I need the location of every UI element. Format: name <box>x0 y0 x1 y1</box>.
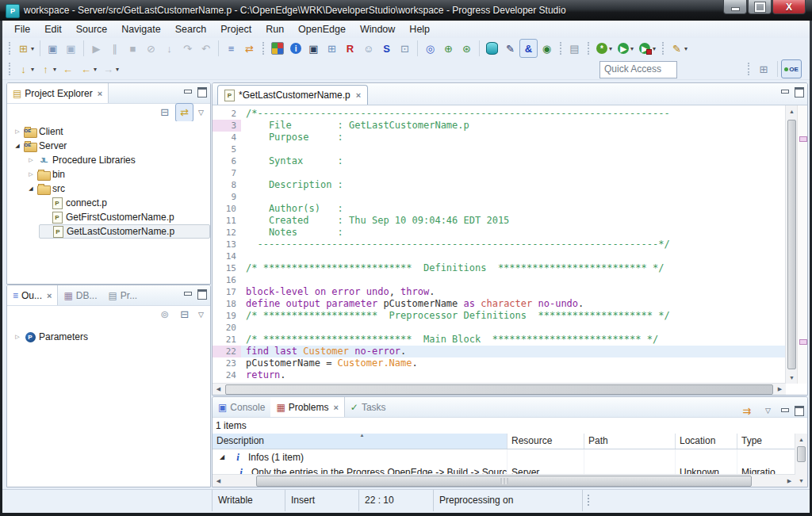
code-line-12[interactable]: 12 Notes : <box>213 227 807 239</box>
forward-dropdown[interactable]: ▾ <box>116 66 119 73</box>
last-edit-location-button[interactable]: ← <box>59 59 77 78</box>
code-line-10[interactable]: 10 Author(s) : <box>213 203 807 215</box>
annotation-mark[interactable] <box>799 339 807 345</box>
next-annotation-dropdown[interactable]: ▾ <box>31 66 34 73</box>
project-item-getfirstcustomername-p[interactable]: PGetFirstCustomerName.p <box>39 210 210 224</box>
menu-file[interactable]: File <box>7 21 37 37</box>
code-line-2[interactable]: 2/*-------------------------------------… <box>213 108 807 120</box>
problems-tab-tasks[interactable]: ✓Tasks <box>345 397 392 417</box>
scroll-left-icon[interactable]: ◀ <box>213 476 224 487</box>
tree-expander-icon[interactable]: ◢ <box>25 185 36 192</box>
run-dropdown[interactable]: ▾ <box>630 45 634 52</box>
problems-tab-problems[interactable]: ▦Problems× <box>270 397 344 417</box>
column-header-location[interactable]: Location <box>676 434 737 449</box>
view-menu-icon[interactable]: ▽ <box>195 109 207 117</box>
title-bar[interactable]: P workspace - Server/src/GetLastCustomer… <box>0 0 812 21</box>
pencil-button[interactable]: ✎ <box>501 39 519 58</box>
compile-r-button[interactable]: R <box>341 39 359 58</box>
syntax-check-button[interactable]: S <box>377 39 396 58</box>
project-explorer-maximize-icon[interactable] <box>197 87 207 97</box>
editor-minimize-icon[interactable] <box>780 89 788 96</box>
code-line-9[interactable]: 9 <box>213 191 807 203</box>
outline-item-parameters[interactable]: ▷PParameters <box>12 330 210 344</box>
problems-vscroll-thumb[interactable] <box>797 446 806 462</box>
code-line-6[interactable]: 6 Syntax : <box>213 155 807 167</box>
code-line-13[interactable]: 13 -------------------------------------… <box>213 239 807 250</box>
overview-ruler[interactable] <box>797 105 807 384</box>
project-item-bin[interactable]: ▷bin <box>25 167 210 182</box>
code-line-7[interactable]: 7 <box>213 167 807 179</box>
view-menu-icon[interactable]: ▽ <box>762 407 774 415</box>
code-editor[interactable]: 2/*-------------------------------------… <box>213 105 807 384</box>
menu-navigate[interactable]: Navigate <box>114 21 167 37</box>
menu-project[interactable]: Project <box>213 21 259 37</box>
project-item-connect-p[interactable]: Pconnect.p <box>39 196 210 210</box>
code-line-23[interactable]: 23pCustomerName = Customer.Name. <box>213 357 807 369</box>
close-button[interactable]: X <box>772 0 806 14</box>
collapse-all-button[interactable]: ⊟ <box>155 103 174 122</box>
problems-tab-console[interactable]: ▣Console <box>213 397 270 417</box>
menu-run[interactable]: Run <box>259 21 291 37</box>
globe-docs-button[interactable]: ⊛ <box>458 39 476 58</box>
code-line-17[interactable]: 17block-level on error undo, throw. <box>213 286 807 298</box>
menu-window[interactable]: Window <box>353 21 402 37</box>
view-menu-icon[interactable]: ▽ <box>195 311 207 319</box>
problems-vertical-scrollbar[interactable]: ▲ ▼ <box>795 434 807 487</box>
new-wizard-button[interactable]: ⊞▾ <box>14 39 36 58</box>
open-perspective-button[interactable]: ⊞ <box>753 59 774 78</box>
code-line-16[interactable]: 16 <box>213 274 807 286</box>
code-line-20[interactable]: 20 <box>213 322 807 334</box>
editor-maximize-icon[interactable] <box>795 87 804 97</box>
scroll-left-icon[interactable]: ◀ <box>213 384 224 395</box>
problems-hscroll-thumb[interactable] <box>256 476 752 487</box>
project-item-client[interactable]: ▷OEClient <box>12 124 210 139</box>
project-item-getlastcustomername-p[interactable]: PGetLastCustomerName.p <box>39 224 210 239</box>
tree-expander-icon[interactable]: ▷ <box>12 128 23 135</box>
outline-tab-ou[interactable]: ≡Ou...× <box>7 285 58 305</box>
code-line-15[interactable]: 15/* ************************** Definiti… <box>213 262 807 274</box>
tree-expander-icon[interactable]: ◢ <box>12 143 23 149</box>
filter-arrows-button[interactable]: ⇉ <box>737 401 756 420</box>
code-line-14[interactable]: 14 <box>213 250 807 262</box>
prev-annotation-dropdown[interactable]: ▾ <box>53 66 56 73</box>
profile-dropdown[interactable]: ▾ <box>653 45 656 52</box>
editor-vscroll-thumb[interactable] <box>787 120 796 369</box>
menu-search[interactable]: Search <box>168 21 214 37</box>
code-line-18[interactable]: 18define output parameter pCustomerName … <box>213 298 807 310</box>
code-line-21[interactable]: 21/* ************************** Main Blo… <box>213 334 807 346</box>
editor-tab[interactable]: P *GetLastCustomerName.p × <box>217 85 368 105</box>
run-button[interactable]: ▶▾ <box>615 39 636 58</box>
outline-minimize-icon[interactable] <box>183 291 191 298</box>
code-line-22[interactable]: 22find last Customer no-error. <box>213 346 807 357</box>
outline-tab-pr[interactable]: ▤Pr... <box>102 285 143 305</box>
problems-row[interactable]: ◢iInfos (1 item) <box>213 449 795 464</box>
pen-sign-dropdown[interactable]: ▾ <box>684 45 688 52</box>
editor-hscroll-thumb[interactable] <box>225 384 773 395</box>
globe-db-button[interactable]: ◉ <box>538 39 556 58</box>
scroll-down-icon[interactable]: ▼ <box>795 475 807 487</box>
custom-filter-button[interactable]: ⊚ <box>155 305 174 324</box>
back-dropdown[interactable]: ▾ <box>94 66 97 73</box>
project-explorer-tab-project-explorer[interactable]: ▤Project Explorer× <box>7 83 109 103</box>
pen-sign-button[interactable]: ✎▾ <box>668 39 690 58</box>
code-line-5[interactable]: 5 <box>213 143 807 155</box>
scroll-down-icon[interactable]: ▼ <box>786 372 798 384</box>
code-line-3[interactable]: 3 File : GetLastCustomerName.p <box>213 120 807 132</box>
tree-expander-icon[interactable]: ▷ <box>25 171 36 178</box>
column-header-description[interactable]: Description▲ <box>213 434 508 449</box>
person-search-button[interactable]: ☺ <box>359 39 377 58</box>
problems-tab-close-icon[interactable]: × <box>333 403 338 412</box>
save-all-button[interactable]: ▣ <box>62 39 80 58</box>
collapse-all-button[interactable]: ⊟ <box>175 305 193 324</box>
project-item-src[interactable]: ◢src <box>25 182 210 196</box>
project-explorer-minimize-icon[interactable] <box>183 89 191 96</box>
code-line-4[interactable]: 4 Purpose : <box>213 132 807 143</box>
project-item-procedure-libraries[interactable]: ▷JLProcedure Libraries <box>25 153 210 167</box>
tree-expander-icon[interactable]: ◢ <box>216 453 228 461</box>
project-item-server[interactable]: ◢OEServer <box>12 139 210 153</box>
ampersand-toggle-button[interactable]: & <box>519 39 538 58</box>
column-header-type[interactable]: Type <box>737 434 795 449</box>
problems-maximize-icon[interactable] <box>795 406 804 416</box>
menu-openedge[interactable]: OpenEdge <box>291 21 353 37</box>
tiles-button[interactable]: ⊞ <box>323 39 341 58</box>
